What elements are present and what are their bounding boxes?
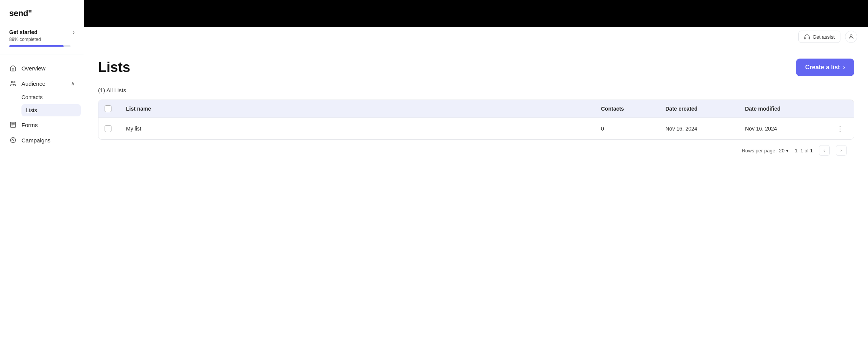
list-count: (1) All Lists <box>98 87 854 93</box>
forms-icon <box>9 121 17 129</box>
sidebar-item-overview-label: Overview <box>21 65 46 72</box>
get-started-title: Get started <box>9 29 38 35</box>
pagination-info: 1–1 of 1 <box>795 148 813 154</box>
column-list-name: List name <box>126 106 598 112</box>
app-logo: send" <box>0 0 84 25</box>
headset-icon <box>804 34 810 40</box>
row-list-name: My list <box>126 126 598 132</box>
top-banner <box>84 0 868 27</box>
table-footer: Rows per page: 20 ▾ 1–1 of 1 ‹ › <box>98 140 854 161</box>
page-header: Lists Create a list › <box>98 59 854 76</box>
get-started-section: Get started › 89% completed <box>0 25 84 54</box>
rows-per-page: Rows per page: 20 ▾ <box>742 148 789 154</box>
table-row: My list 0 Nov 16, 2024 Nov 16, 2024 ⋮ <box>98 118 854 139</box>
create-list-button[interactable]: Create a list › <box>796 59 854 76</box>
sidebar-nav: Overview Audience ∧ Contacts Lists <box>0 54 84 343</box>
sidebar-item-lists[interactable]: Lists <box>21 104 81 116</box>
table-header: List name Contacts Date created Date mod… <box>98 100 854 118</box>
svg-point-0 <box>11 81 13 83</box>
sidebar-item-campaigns[interactable]: Campaigns <box>0 132 84 148</box>
audience-icon <box>9 80 17 87</box>
select-all-checkbox-cell <box>105 105 123 112</box>
sidebar-item-audience-label: Audience <box>21 80 46 87</box>
rows-per-page-select[interactable]: 20 ▾ <box>779 148 789 154</box>
sidebar-item-contacts[interactable]: Contacts <box>21 91 84 103</box>
main-content: Get assist Lists Create a list › (1) All… <box>84 0 868 343</box>
row-actions-button[interactable]: ⋮ <box>832 124 848 133</box>
header-bar: Get assist <box>84 27 868 47</box>
campaigns-icon <box>9 136 17 144</box>
arrow-right-icon: › <box>843 64 845 71</box>
sidebar: send" Get started › 89% completed Overvi… <box>0 0 84 343</box>
chevron-up-icon: ∧ <box>71 80 75 87</box>
column-date-created: Date created <box>665 106 742 112</box>
sidebar-item-audience[interactable]: Audience ∧ <box>0 76 84 91</box>
select-all-checkbox[interactable] <box>105 105 111 112</box>
rows-per-page-label: Rows per page: <box>742 148 776 154</box>
sidebar-item-campaigns-label: Campaigns <box>21 137 51 144</box>
sidebar-item-overview[interactable]: Overview <box>0 60 84 76</box>
sidebar-item-forms-label: Forms <box>21 122 38 128</box>
dropdown-arrow-icon: ▾ <box>786 148 789 154</box>
page-title: Lists <box>98 59 130 75</box>
chevron-right-icon[interactable]: › <box>73 29 75 35</box>
audience-sub-nav: Contacts Lists <box>0 91 84 116</box>
progress-bar-fill <box>9 45 64 47</box>
content-area: Lists Create a list › (1) All Lists List… <box>84 47 868 343</box>
row-date-created: Nov 16, 2024 <box>665 126 742 132</box>
user-profile-button[interactable] <box>845 31 857 43</box>
get-started-percent: 89% completed <box>9 37 75 42</box>
pagination-prev-button[interactable]: ‹ <box>819 145 830 156</box>
row-checkbox[interactable] <box>105 125 111 132</box>
get-assist-button[interactable]: Get assist <box>798 31 840 43</box>
pagination-next-button[interactable]: › <box>836 145 847 156</box>
row-checkbox-cell <box>105 125 123 132</box>
row-contacts: 0 <box>601 126 662 132</box>
svg-point-1 <box>14 81 15 83</box>
sidebar-item-forms[interactable]: Forms <box>0 117 84 132</box>
list-name-link[interactable]: My list <box>126 126 141 132</box>
create-list-label: Create a list <box>805 64 840 71</box>
column-contacts: Contacts <box>601 106 662 112</box>
svg-point-9 <box>850 35 852 37</box>
chevron-right-icon: › <box>840 148 842 153</box>
rows-per-page-value: 20 <box>779 148 784 154</box>
home-icon <box>9 64 17 72</box>
progress-bar <box>9 45 70 47</box>
chevron-left-icon: ‹ <box>824 148 825 153</box>
lists-table: List name Contacts Date created Date mod… <box>98 100 854 140</box>
get-assist-label: Get assist <box>812 34 835 40</box>
column-date-modified: Date modified <box>745 106 829 112</box>
row-date-modified: Nov 16, 2024 <box>745 126 829 132</box>
